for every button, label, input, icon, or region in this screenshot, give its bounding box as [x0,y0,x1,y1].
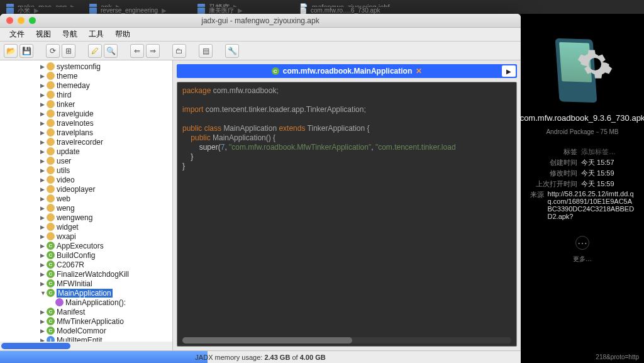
tree-item-wengweng[interactable]: ▶wengweng [0,213,172,222]
window-controls[interactable] [0,17,36,24]
tree-item-mainapplication-ctor[interactable]: MainApplication(): [0,298,172,307]
menubar[interactable]: 文件 视图 导航 工具 帮助 [0,28,521,42]
tree-item-Manifest[interactable]: ▶Manifest [0,307,172,316]
tree-item-travelguide[interactable]: ▶travelguide [0,109,172,118]
nav-forward-button[interactable]: ⇒ [146,44,160,58]
tree-item-travelrecorder[interactable]: ▶travelrecorder [0,137,172,147]
window-title: jadx-gui - mafengwo_ziyouxing.apk [0,16,521,25]
open-file-button[interactable]: 📂 [4,44,18,58]
class-icon [272,67,279,75]
menu-view[interactable]: 视图 [30,29,57,40]
toolbar: 📂 💾 ⟳ ⊞ 🖊 🔍 ⇐ ⇒ 🗀 ▤ 🔧 [0,42,521,60]
tree-item-video[interactable]: ▶video [0,175,172,184]
tree-item-update[interactable]: ▶update [0,147,172,156]
add-tags-field[interactable]: 添加标签… [581,147,616,157]
tree-item-tinker[interactable]: ▶tinker [0,99,172,109]
info-filename: com.mfw.roadbook_9.3.6_730.apk [516,113,644,123]
tree-item-wxapi[interactable]: ▶wxapi [0,232,172,241]
tree-horizontal-scrollbar[interactable] [0,342,172,350]
menu-help[interactable]: 帮助 [109,29,136,40]
editor-pane: com.mfw.roadbook.MainApplication ✕ ▶ pac… [173,60,521,350]
tree-item-widget[interactable]: ▶widget [0,222,172,232]
menu-tools[interactable]: 工具 [83,29,109,40]
tree-item-themeday[interactable]: ▶themeday [0,81,172,90]
tree-item-BuildConfig[interactable]: ▶BuildConfig [0,250,172,260]
tree-item-utils[interactable]: ▶utils [0,165,172,175]
sync-button[interactable]: ⟳ [46,44,60,58]
status-bar: JADX memory usage: 2.43 GB of 4.00 GB [0,350,521,363]
tree-item-MfwTinkerApplicatio[interactable]: ▶MfwTinkerApplicatio [0,316,172,326]
titlebar[interactable]: jadx-gui - mafengwo_ziyouxing.apk [0,14,521,28]
nav-back-button[interactable]: ⇐ [130,44,144,58]
apk-preview-icon [551,39,614,108]
tree-item-theme[interactable]: ▶theme [0,71,172,81]
flatten-button[interactable]: ⊞ [62,44,75,58]
tree-item-weng[interactable]: ▶weng [0,203,172,213]
close-tab-icon[interactable]: ✕ [416,67,422,75]
tree-item-user[interactable]: ▶user [0,156,172,165]
run-icon[interactable]: ▶ [502,65,516,77]
background-finder-row-2: 小米▶ reverse_engineering▶ 康美医疗▶ 📄 com.mfw… [0,7,419,14]
info-kind: Android Package－75 MB [546,128,618,137]
tree-item-ModelCommor[interactable]: ▶ModelCommor [0,326,172,335]
more-button[interactable]: ⋯ [575,236,589,250]
menu-file[interactable]: 文件 [4,29,30,40]
memory-bar[interactable] [0,351,208,363]
code-view[interactable]: package com.mfw.roadbook; import com.ten… [177,82,517,347]
save-all-button[interactable]: 💾 [19,44,33,58]
package-tree[interactable]: ▶systemconfig▶theme▶themeday▶third▶tinke… [0,60,173,350]
more-label[interactable]: 更多… [573,255,592,264]
search-text-button[interactable]: 🖊 [88,44,102,58]
tree-item-AppExecutors[interactable]: ▶AppExecutors [0,241,172,250]
tree-item-travelnotes[interactable]: ▶travelnotes [0,118,172,128]
tree-item-MFWInitial[interactable]: ▶MFWInitial [0,279,172,288]
tree-item-travelplans[interactable]: ▶travelplans [0,128,172,137]
prefs-button[interactable]: 🔧 [225,44,239,58]
info-footer: 218&proto=http [596,354,639,360]
search-class-button[interactable]: 🔍 [104,44,118,58]
code-horizontal-scrollbar[interactable] [182,337,511,343]
editor-tab-bar[interactable]: com.mfw.roadbook.MainApplication ✕ ▶ [177,64,517,78]
log-button[interactable]: ▤ [199,44,213,58]
gear-icon [576,45,614,83]
tree-item-systemconfig[interactable]: ▶systemconfig [0,62,172,71]
jadx-window: jadx-gui - mafengwo_ziyouxing.apk 文件 视图 … [0,14,521,363]
zoom-icon[interactable] [29,17,36,24]
tree-item-FinalizerWatchdogKill[interactable]: ▶FinalizerWatchdogKill [0,269,172,279]
tab-title[interactable]: com.mfw.roadbook.MainApplication [283,67,413,75]
minimize-icon[interactable] [18,17,25,24]
menu-nav[interactable]: 导航 [57,29,83,40]
tree-item-web[interactable]: ▶web [0,194,172,203]
tree-item-mainapplication[interactable]: ▼MainApplication [0,288,172,298]
deobfuscate-button[interactable]: 🗀 [172,44,186,58]
tree-item-C2067R[interactable]: ▶C2067R [0,260,172,269]
tree-item-third[interactable]: ▶third [0,90,172,99]
file-info-panel: com.mfw.roadbook_9.3.6_730.apk Android P… [521,14,644,363]
tree-item-videoplayer[interactable]: ▶videoplayer [0,184,172,194]
close-icon[interactable] [6,17,13,24]
